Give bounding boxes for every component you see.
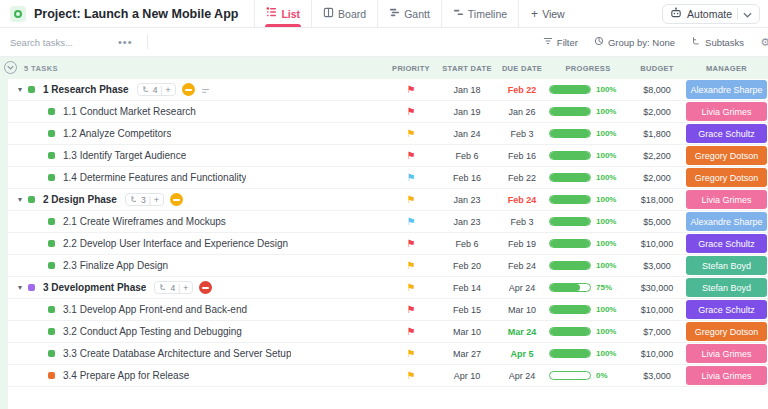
manager-chip[interactable]: Livia Grimes (686, 102, 767, 121)
manager-chip[interactable]: Stefan Boyd (686, 256, 767, 275)
start-date[interactable]: Jan 23 (437, 195, 497, 205)
status-square-icon[interactable] (48, 240, 55, 247)
start-date[interactable]: Apr 10 (437, 371, 497, 381)
budget[interactable]: $1,800 (629, 129, 685, 139)
collapse-group-icon[interactable] (4, 61, 17, 74)
budget[interactable]: $3,000 (629, 371, 685, 381)
budget[interactable]: $18,000 (629, 195, 685, 205)
due-date[interactable]: Feb 22 (497, 173, 547, 183)
priority-flag-icon[interactable]: ⚑ (407, 261, 416, 271)
status-square-icon[interactable] (48, 350, 55, 357)
table-row[interactable]: 3.1 Develop App Front-end and Back-end ⚑… (8, 299, 768, 321)
manager-chip[interactable]: Livia Grimes (686, 190, 767, 209)
column-header-priority[interactable]: PRIORITY (385, 64, 437, 73)
start-date[interactable]: Jan 24 (437, 129, 497, 139)
budget[interactable]: $10,000 (629, 305, 685, 315)
budget[interactable]: $2,000 (629, 107, 685, 117)
due-date[interactable]: Feb 19 (497, 239, 547, 249)
table-row[interactable]: 1.1 Conduct Market Research ⚑ Jan 19 Jan… (8, 101, 768, 123)
table-row[interactable]: 2.2 Develop User Interface and Experienc… (8, 233, 768, 255)
column-header-due-date[interactable]: DUE DATE (497, 64, 547, 73)
task-name[interactable]: 2.1 Create Wireframes and Mockups (63, 216, 226, 227)
manager-chip[interactable]: Livia Grimes (686, 344, 767, 363)
task-name[interactable]: 2 Design Phase (43, 194, 117, 205)
add-subtask-icon[interactable]: + (166, 85, 171, 95)
priority-flag-icon[interactable]: ⚑ (407, 349, 416, 359)
start-date[interactable]: Jan 23 (437, 217, 497, 227)
start-date[interactable]: Feb 6 (437, 239, 497, 249)
manager-chip[interactable]: Grace Schultz (686, 300, 767, 319)
start-date[interactable]: Feb 20 (437, 261, 497, 271)
expand-caret-icon[interactable]: ▾ (18, 85, 28, 94)
task-name[interactable]: 3.1 Develop App Front-end and Back-end (63, 304, 247, 315)
priority-flag-icon[interactable]: ⚑ (407, 371, 416, 381)
budget[interactable]: $8,000 (629, 85, 685, 95)
due-date[interactable]: Mar 10 (497, 305, 547, 315)
status-square-icon[interactable] (48, 108, 55, 115)
expand-caret-icon[interactable]: ▾ (18, 195, 28, 204)
status-square-icon[interactable] (48, 306, 55, 313)
table-row[interactable]: 2.1 Create Wireframes and Mockups ⚑ Jan … (8, 211, 768, 233)
due-date[interactable]: Feb 22 (497, 85, 547, 95)
priority-flag-icon[interactable]: ⚑ (407, 129, 416, 139)
task-name[interactable]: 3.4 Prepare App for Release (63, 370, 189, 381)
table-row[interactable]: 3.2 Conduct App Testing and Debugging ⚑ … (8, 321, 768, 343)
add-subtask-icon[interactable]: + (183, 283, 188, 293)
tab-board[interactable]: Board (312, 0, 378, 27)
priority-flag-icon[interactable]: ⚑ (407, 327, 416, 337)
task-name[interactable]: 1.2 Analyze Competitors (63, 128, 171, 139)
add-subtask-icon[interactable]: + (154, 195, 159, 205)
start-date[interactable]: Feb 16 (437, 173, 497, 183)
column-header-progress[interactable]: PROGRESS (547, 64, 629, 73)
subtask-badge[interactable]: 3 | + (125, 193, 164, 206)
status-square-icon[interactable] (48, 262, 55, 269)
priority-flag-icon[interactable]: ⚑ (407, 107, 416, 117)
start-date[interactable]: Feb 15 (437, 305, 497, 315)
manager-chip[interactable]: Gregory Dotson (686, 168, 767, 187)
priority-flag-icon[interactable]: ⚑ (407, 283, 416, 293)
subtask-badge[interactable]: 4 | + (137, 83, 176, 96)
start-date[interactable]: Jan 19 (437, 107, 497, 117)
due-date[interactable]: Apr 5 (497, 349, 547, 359)
task-name[interactable]: 1 Research Phase (43, 84, 129, 95)
status-square-icon[interactable] (28, 196, 35, 203)
tab-list[interactable]: List (254, 0, 312, 27)
priority-flag-icon[interactable]: ⚑ (407, 151, 416, 161)
status-square-icon[interactable] (48, 130, 55, 137)
manager-chip[interactable]: Stefan Boyd (686, 278, 767, 297)
group-status-icon[interactable] (170, 193, 183, 206)
priority-flag-icon[interactable]: ⚑ (407, 195, 416, 205)
budget[interactable]: $2,200 (629, 151, 685, 161)
priority-flag-icon[interactable]: ⚑ (407, 173, 416, 183)
task-name[interactable]: 3 Development Phase (43, 282, 146, 293)
column-header-manager[interactable]: MANAGER (685, 64, 768, 73)
group-status-icon[interactable] (199, 281, 212, 294)
budget[interactable]: $10,000 (629, 349, 685, 359)
status-square-icon[interactable] (48, 152, 55, 159)
table-row[interactable]: 1.4 Determine Features and Functionality… (8, 167, 768, 189)
manager-chip[interactable]: Grace Schultz (686, 234, 767, 253)
group-by-button[interactable]: Group by: None (594, 36, 675, 48)
start-date[interactable]: Mar 10 (437, 327, 497, 337)
table-row[interactable]: ▾ 2 Design Phase 3 | + ⚑ Jan 23 Feb 24 1… (8, 189, 768, 211)
budget[interactable]: $3,000 (629, 261, 685, 271)
manager-chip[interactable]: Livia Grimes (686, 366, 767, 385)
table-row[interactable]: 1.3 Identify Target Audience ⚑ Feb 6 Feb… (8, 145, 768, 167)
table-row[interactable]: 3.3 Create Database Architecture and Ser… (8, 343, 768, 365)
automate-button[interactable]: Automate (662, 4, 760, 24)
table-row[interactable]: ▾ 1 Research Phase 4 | + ⚑ Jan 18 Feb 22… (8, 79, 768, 101)
budget[interactable]: $10,000 (629, 239, 685, 249)
priority-flag-icon[interactable]: ⚑ (407, 305, 416, 315)
status-square-icon[interactable] (28, 86, 35, 93)
due-date[interactable]: Apr 24 (497, 283, 547, 293)
task-name[interactable]: 2.3 Finalize App Design (63, 260, 168, 271)
manager-chip[interactable]: Grace Schultz (686, 124, 767, 143)
table-row[interactable]: 2.3 Finalize App Design ⚑ Feb 20 Feb 24 … (8, 255, 768, 277)
task-name[interactable]: 2.2 Develop User Interface and Experienc… (63, 238, 288, 249)
status-square-icon[interactable] (28, 284, 35, 291)
task-name[interactable]: 3.3 Create Database Architecture and Ser… (63, 348, 291, 359)
more-options-icon[interactable]: ••• (118, 36, 133, 48)
status-square-icon[interactable] (48, 174, 55, 181)
start-date[interactable]: Jan 18 (437, 85, 497, 95)
manager-chip[interactable]: Gregory Dotson (686, 322, 767, 341)
